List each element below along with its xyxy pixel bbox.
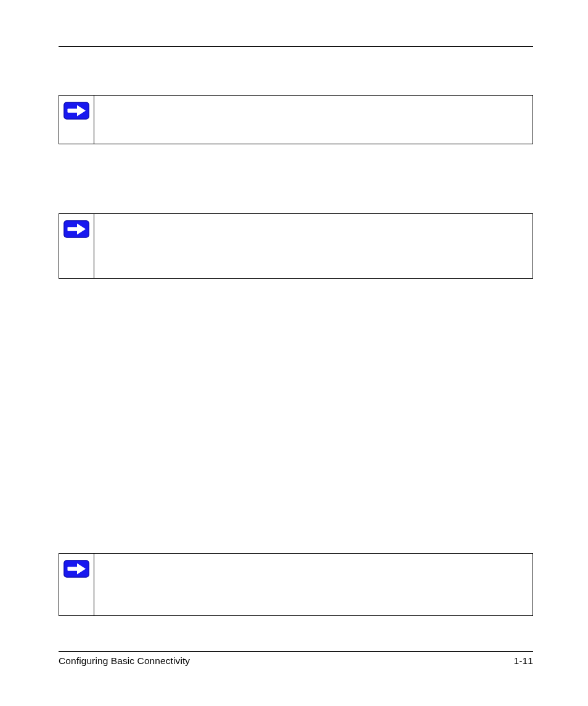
note-box	[59, 553, 533, 616]
footer-page-number: 1-11	[514, 655, 533, 667]
content-area	[59, 46, 533, 616]
note-body	[94, 96, 533, 144]
svg-rect-1	[68, 109, 78, 113]
note-box	[59, 213, 533, 279]
note-icon-cell	[59, 554, 94, 615]
arrow-right-icon	[63, 220, 89, 238]
note-icon-cell	[59, 96, 94, 144]
note-box	[59, 95, 533, 144]
page: Configuring Basic Connectivity 1-11	[0, 0, 588, 706]
spacer	[59, 279, 533, 553]
note-body	[94, 214, 533, 278]
footer-row: Configuring Basic Connectivity 1-11	[59, 655, 533, 667]
page-footer: Configuring Basic Connectivity 1-11	[59, 651, 533, 667]
note-body	[94, 554, 533, 615]
spacer	[59, 47, 533, 95]
spacer	[59, 144, 533, 213]
svg-rect-4	[68, 227, 78, 231]
footer-rule	[59, 651, 533, 652]
arrow-right-icon	[63, 560, 89, 578]
svg-rect-7	[68, 567, 78, 571]
footer-section-title: Configuring Basic Connectivity	[59, 655, 190, 667]
arrow-right-icon	[63, 102, 89, 120]
note-icon-cell	[59, 214, 94, 278]
